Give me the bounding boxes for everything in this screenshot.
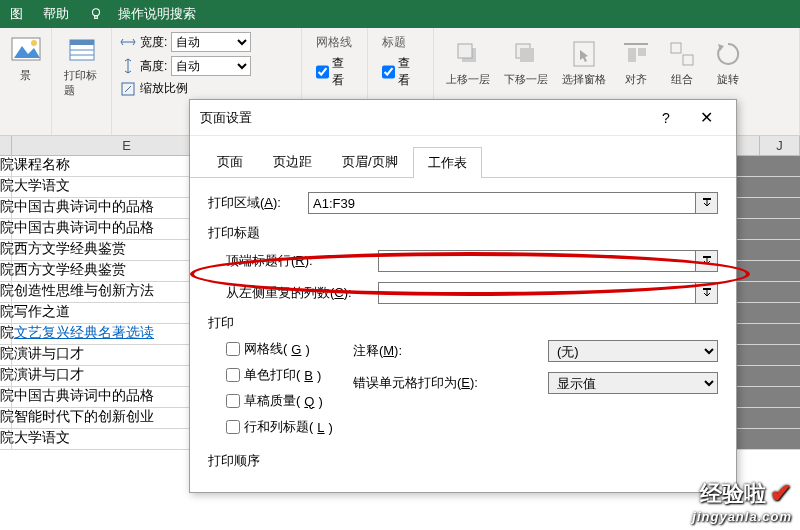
tell-me-label: 操作说明搜索 xyxy=(108,5,206,23)
height-control: 高度: 自动 xyxy=(120,56,293,76)
print-titles-section: 打印标题 xyxy=(208,224,718,242)
top-rows-label: 顶端标题行(R): xyxy=(226,252,378,270)
draft-checkbox[interactable]: 草稿质量(Q) xyxy=(226,392,333,410)
errors-label: 错误单元格打印为(E): xyxy=(353,374,548,392)
dialog-help-button[interactable]: ? xyxy=(646,110,686,126)
comments-select[interactable]: (无) xyxy=(548,340,718,362)
bring-forward-button: 上移一层 xyxy=(442,36,494,89)
svg-rect-17 xyxy=(638,48,646,56)
svg-rect-11 xyxy=(458,44,472,58)
rotate-button: 旋转 xyxy=(708,36,748,89)
errors-select[interactable]: 显示值 xyxy=(548,372,718,394)
print-titles-icon xyxy=(66,34,98,66)
print-area-input[interactable] xyxy=(308,192,696,214)
svg-rect-19 xyxy=(683,55,693,65)
group-icon xyxy=(666,38,698,70)
gridlines-header: 网格线 xyxy=(316,34,353,51)
group-objects-button: 组合 xyxy=(662,36,702,89)
rowcol-checkbox[interactable]: 行和列标题(L) xyxy=(226,418,333,436)
collapse-icon xyxy=(702,288,712,298)
print-section: 打印 xyxy=(208,314,718,332)
svg-rect-22 xyxy=(703,256,711,258)
svg-rect-1 xyxy=(95,16,98,19)
col-header-j[interactable]: J xyxy=(760,136,800,155)
headings-view-checkbox[interactable]: 查看 xyxy=(382,55,419,89)
align-button: 对齐 xyxy=(616,36,656,89)
selection-pane-button: 选择窗格 xyxy=(558,36,610,89)
collapse-icon xyxy=(702,256,712,266)
gridlines-view-checkbox[interactable]: 查看 xyxy=(316,55,353,89)
print-titles-button[interactable]: 打印标题 xyxy=(60,32,103,100)
tab-help[interactable]: 帮助 xyxy=(33,5,79,23)
height-icon xyxy=(120,58,136,74)
background-icon xyxy=(10,34,42,66)
left-cols-label: 从左侧重复的列数(C): xyxy=(226,284,378,302)
headings-header: 标题 xyxy=(382,34,419,51)
collapse-icon xyxy=(702,198,712,208)
selection-pane-icon xyxy=(568,38,600,70)
dialog-close-button[interactable]: ✕ xyxy=(686,108,726,127)
bw-checkbox[interactable]: 单色打印(B) xyxy=(226,366,333,384)
width-control: 宽度: 自动 xyxy=(120,32,293,52)
svg-rect-13 xyxy=(520,48,534,62)
dialog-title-text: 页面设置 xyxy=(200,109,646,127)
checkmark-icon: ✔ xyxy=(770,478,792,509)
comments-label: 注释(M): xyxy=(353,342,548,360)
svg-point-4 xyxy=(31,40,37,46)
tab-margins[interactable]: 页边距 xyxy=(258,146,327,177)
height-select[interactable]: 自动 xyxy=(171,56,251,76)
print-area-collapse-button[interactable] xyxy=(696,192,718,214)
rotate-icon xyxy=(712,38,744,70)
scale-control: 缩放比例 xyxy=(120,80,293,97)
width-icon xyxy=(120,34,136,50)
width-select[interactable]: 自动 xyxy=(171,32,251,52)
tab-tu[interactable]: 图 xyxy=(0,5,33,23)
top-rows-input[interactable] xyxy=(378,250,696,272)
align-icon xyxy=(620,38,652,70)
svg-point-0 xyxy=(93,9,100,16)
top-rows-collapse-button[interactable] xyxy=(696,250,718,272)
svg-rect-6 xyxy=(70,40,94,45)
send-backward-button: 下移一层 xyxy=(500,36,552,89)
tell-me-search[interactable]: 操作说明搜索 xyxy=(79,5,216,23)
print-order-section: 打印顺序 xyxy=(208,452,718,470)
dialog-titlebar: 页面设置 ? ✕ xyxy=(190,100,736,136)
gridlines-checkbox[interactable]: 网格线(G) xyxy=(226,340,333,358)
left-cols-collapse-button[interactable] xyxy=(696,282,718,304)
lightbulb-icon xyxy=(89,7,103,21)
send-backward-icon xyxy=(510,38,542,70)
svg-rect-23 xyxy=(703,288,711,290)
scale-icon xyxy=(120,81,136,97)
background-button[interactable]: 景 xyxy=(8,32,43,85)
ribbon-tab-bar: 图 帮助 操作说明搜索 xyxy=(0,0,800,28)
tab-sheet[interactable]: 工作表 xyxy=(413,147,482,178)
print-area-label: 打印区域(A): xyxy=(208,194,308,212)
left-cols-input[interactable] xyxy=(378,282,696,304)
svg-rect-21 xyxy=(703,198,711,200)
tab-page[interactable]: 页面 xyxy=(202,146,258,177)
dialog-tabs: 页面 页边距 页眉/页脚 工作表 xyxy=(190,136,736,178)
svg-rect-18 xyxy=(671,43,681,53)
watermark: 经验啦 ✔ jingyanla.com xyxy=(692,478,792,524)
page-setup-dialog: 页面设置 ? ✕ 页面 页边距 页眉/页脚 工作表 打印区域(A): 打印标题 … xyxy=(189,99,737,493)
bring-forward-icon xyxy=(452,38,484,70)
svg-rect-16 xyxy=(628,48,636,62)
tab-header-footer[interactable]: 页眉/页脚 xyxy=(327,146,413,177)
